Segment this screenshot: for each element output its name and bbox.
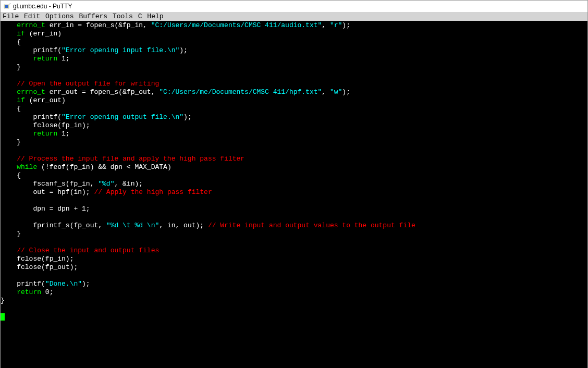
code-text: { [17, 105, 21, 113]
terminal-content[interactable]: errno_t err_in = fopen_s(&fp_in, "C:/Use… [1, 21, 587, 368]
code-text: , [322, 21, 330, 29]
code-text: { [17, 171, 21, 179]
code-string: "w" [330, 88, 342, 96]
code-text: dpn = dpn + 1; [17, 205, 90, 213]
code-comment: // Apply the high pass filter [94, 188, 212, 196]
code-string: "Error opening input file.\n" [62, 46, 179, 54]
code-keyword: errno_t [17, 88, 45, 96]
code-string: "Error opening output file.\n" [62, 113, 183, 121]
code-text: } [17, 230, 21, 238]
code-text: printf( [17, 113, 62, 121]
code-text: } [1, 297, 5, 304]
title-bar[interactable]: gl.umbc.edu - PuTTY [1, 1, 587, 12]
code-text: (!feof(fp_in) && dpn < MAX_DATA) [37, 163, 171, 171]
code-text: out = hpf(in); [17, 188, 94, 196]
code-text: ); [342, 21, 350, 29]
code-text: 1; [57, 130, 69, 138]
code-string: "Done.\n" [45, 280, 82, 288]
code-text: err_in = fopen_s(&fp_in, [45, 21, 151, 29]
code-text: ); [342, 88, 350, 96]
menu-help[interactable]: Help [147, 13, 163, 20]
code-keyword: while [17, 163, 37, 171]
menu-bar[interactable]: File Edit Options Buffers Tools C Help [1, 12, 587, 21]
code-text: } [17, 63, 21, 71]
code-text: (err_in) [25, 30, 62, 38]
code-comment: // Open the output file for writing [17, 80, 159, 88]
code-keyword: errno_t [17, 21, 45, 29]
code-string: "%d" [98, 180, 114, 188]
code-text: { [17, 38, 21, 46]
code-text: fclose(fp_in); [17, 121, 90, 129]
code-text: err_out = fopen_s(&fp_out, [45, 88, 159, 96]
code-text: ); [179, 46, 188, 54]
menu-buffers[interactable]: Buffers [79, 13, 107, 20]
putty-window: gl.umbc.edu - PuTTY File Edit Options Bu… [0, 0, 588, 368]
code-keyword: if [17, 96, 25, 104]
code-text: 0; [41, 288, 53, 296]
menu-edit[interactable]: Edit [24, 13, 40, 20]
code-keyword: return [17, 288, 41, 296]
cursor [1, 313, 5, 321]
window-title: gl.umbc.edu - PuTTY [13, 3, 72, 10]
code-keyword: if [17, 30, 25, 38]
code-text: fprintf_s(fp_out, [17, 222, 106, 229]
putty-icon [4, 3, 11, 10]
code-comment: // Close the input and output files [17, 247, 159, 254]
code-text: ); [82, 280, 90, 288]
menu-file[interactable]: File [3, 13, 19, 20]
menu-c[interactable]: C [138, 13, 142, 20]
code-text: printf( [17, 280, 45, 288]
code-text: 1; [57, 55, 69, 63]
code-text: printf( [17, 46, 62, 54]
code-comment: // Write input and output values to the … [208, 222, 415, 229]
code-text: , [322, 88, 330, 96]
code-text: , &in); [114, 180, 143, 188]
code-text: fclose(fp_in); [17, 255, 74, 263]
code-text: fscanf_s(fp_in, [17, 180, 98, 188]
code-comment: // Process the input file and apply the … [17, 155, 244, 163]
svg-rect-1 [5, 5, 8, 8]
code-keyword: return [33, 130, 57, 138]
svg-line-2 [9, 3, 10, 5]
code-text: (err_out) [25, 96, 66, 104]
code-text: } [17, 138, 21, 146]
code-text: fclose(fp_out); [17, 263, 78, 271]
menu-options[interactable]: Options [45, 13, 74, 20]
code-string: "C:/Users/me/Documents/CMSC 411/hpf.txt" [159, 88, 322, 96]
code-text: ); [183, 113, 192, 121]
code-text: , in, out); [159, 222, 208, 229]
code-string: "r" [330, 21, 342, 29]
menu-tools[interactable]: Tools [113, 13, 133, 20]
code-string: "%d \t %d \n" [106, 222, 159, 229]
code-string: "C:/Users/me/Documents/CMSC 411/audio.tx… [151, 21, 322, 29]
code-keyword: return [33, 55, 57, 63]
